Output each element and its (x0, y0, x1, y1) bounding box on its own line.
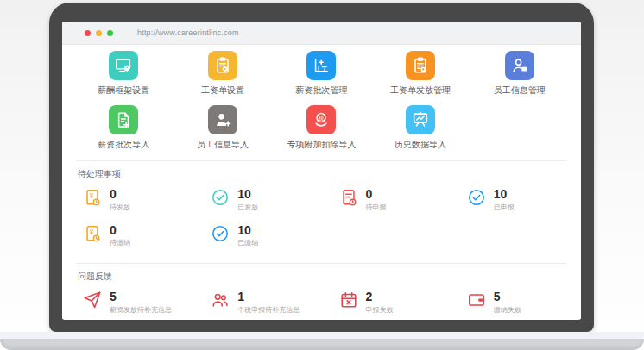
paper-plane-icon (83, 291, 102, 309)
app-tile-employee-info-management[interactable]: 员工信息管理 (470, 51, 569, 97)
feedback-salary-info-missing[interactable]: 5 薪资发放待补充信息 (66, 284, 193, 320)
browser-chrome: http://www.careerintlinc.com (62, 22, 581, 45)
stat-to-be-paid[interactable]: ¥ 0 待发放 (66, 182, 193, 218)
stat-label: 薪资发放待补充信息 (110, 305, 172, 315)
stat-label: 已申报 (494, 203, 515, 212)
app-label: 工资单设置 (174, 84, 273, 97)
wallet-fail-icon (467, 291, 486, 309)
app-label: 薪资批次导入 (74, 139, 174, 151)
report-clock-icon (339, 188, 358, 207)
person-add-icon (213, 110, 232, 129)
feedback-section-title: 问题反馈 (66, 264, 578, 284)
feedback-declaration-failed[interactable]: 2 申报失败 (322, 284, 450, 320)
app-tile-payslip-setup[interactable]: 工资单设置 (174, 51, 273, 97)
app-tile-employee-info-import[interactable]: 员工信息导入 (174, 105, 273, 151)
laptop-base-hinge (0, 332, 644, 339)
monitor-gear-icon (114, 56, 133, 75)
batch-chart-icon (312, 56, 331, 75)
stat-label: 已发放 (237, 203, 258, 212)
check-circle-icon (211, 224, 230, 243)
stat-value: 10 (494, 188, 515, 201)
stat-value: 5 (494, 291, 521, 303)
stat-label: 申报失败 (366, 305, 394, 315)
presentation-chart-icon (411, 110, 430, 129)
stat-value: 10 (237, 188, 258, 201)
feedback-remittance-failed[interactable]: 5 缴纳失败 (450, 284, 578, 320)
clipboard-gear-icon (213, 56, 232, 75)
stat-value: 0 (366, 188, 387, 201)
app-label: 历史数据导入 (371, 139, 470, 151)
svg-text:税: 税 (319, 115, 325, 122)
stat-paid[interactable]: 10 已发放 (193, 182, 321, 218)
feedback-tax-info-missing[interactable]: 1 个税申报待补充信息 (193, 284, 321, 320)
app-tile-special-deduction-import[interactable]: 税 专项附加扣除导入 (272, 105, 371, 151)
app-tile-salary-batch-import[interactable]: 薪资批次导入 (74, 105, 174, 151)
stat-label: 待申报 (366, 203, 387, 212)
url-text[interactable]: http://www.careerintlinc.com (137, 28, 239, 37)
app-label: 薪资批次管理 (272, 84, 371, 97)
laptop-screen: http://www.careerintlinc.com (62, 22, 581, 320)
stat-value: 2 (366, 291, 394, 303)
check-circle-icon (467, 188, 486, 207)
stat-declared[interactable]: 10 已申报 (450, 182, 578, 218)
app-label: 员工信息管理 (470, 84, 569, 97)
stat-label: 待发放 (110, 203, 130, 212)
calendar-fail-icon (339, 291, 358, 309)
app-label: 工资单发放管理 (371, 84, 470, 97)
stat-value: 5 (110, 291, 172, 303)
app-label: 员工信息导入 (174, 139, 273, 151)
svg-text:¥: ¥ (89, 228, 94, 236)
pending-section-title: 待处理事项 (66, 161, 578, 182)
stat-label: 待缴纳 (110, 238, 130, 247)
svg-text:¥: ¥ (89, 192, 94, 200)
stat-to-be-declared[interactable]: 0 待申报 (322, 182, 450, 218)
check-circle-icon (211, 188, 230, 207)
app-tile-payslip-distribution[interactable]: 工资单发放管理 (371, 51, 470, 97)
app-label: 薪酬框架设置 (74, 84, 174, 97)
stat-value: 0 (110, 188, 130, 201)
invoice-yen-clock-icon: ¥ (83, 224, 102, 243)
people-icon (211, 291, 230, 309)
page-background: http://www.careerintlinc.com (0, 0, 644, 350)
document-plus-icon (114, 110, 133, 129)
app-tile-salary-framework-setup[interactable]: 薪酬框架设置 (74, 51, 174, 97)
app-tile-history-data-import[interactable]: 历史数据导入 (371, 105, 470, 151)
laptop-base (0, 339, 644, 350)
stat-value: 10 (237, 224, 258, 237)
stat-value: 1 (237, 291, 300, 303)
stat-label: 已缴纳 (237, 238, 258, 247)
app-tile-salary-batch-management[interactable]: 薪资批次管理 (272, 51, 371, 97)
minimize-window-dot[interactable] (96, 30, 102, 36)
dashboard-content: 薪酬框架设置 工资单设置 (62, 45, 581, 319)
pending-stats: ¥ 0 待发放 (66, 182, 578, 253)
stat-label: 缴纳失败 (494, 305, 521, 315)
close-window-dot[interactable] (85, 30, 91, 36)
laptop-bezel: http://www.careerintlinc.com (49, 3, 594, 332)
maximize-window-dot[interactable] (107, 30, 113, 36)
stat-to-be-remitted[interactable]: ¥ 0 待缴纳 (66, 218, 193, 254)
feedback-stats: 5 薪资发放待补充信息 (66, 284, 578, 320)
stat-label: 个税申报待补充信息 (237, 305, 300, 315)
employee-card-icon (510, 56, 529, 75)
app-label: 专项附加扣除导入 (272, 139, 371, 151)
stat-value: 0 (110, 224, 130, 237)
invoice-yen-clock-icon: ¥ (83, 188, 102, 207)
stat-remitted[interactable]: 10 已缴纳 (193, 218, 321, 254)
clipboard-list-icon (411, 56, 430, 75)
app-grid: 薪酬框架设置 工资单设置 (66, 45, 578, 151)
tax-hand-icon: 税 (312, 110, 331, 129)
